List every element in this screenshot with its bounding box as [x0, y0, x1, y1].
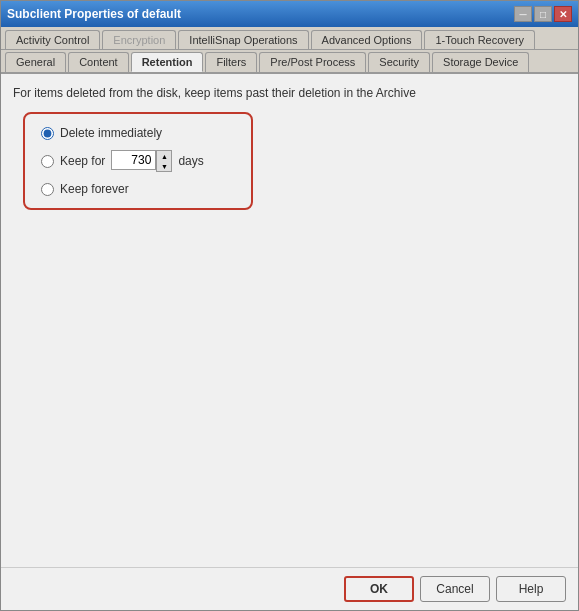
- title-bar-buttons: ─ □ ✕: [514, 6, 572, 22]
- delete-immediately-row: Delete immediately: [41, 126, 235, 140]
- tab-storage-device[interactable]: Storage Device: [432, 52, 529, 72]
- keep-forever-radio[interactable]: [41, 183, 54, 196]
- tab-security[interactable]: Security: [368, 52, 430, 72]
- keep-for-radio[interactable]: [41, 155, 54, 168]
- keep-forever-label: Keep forever: [60, 182, 129, 196]
- tab-activity-control[interactable]: Activity Control: [5, 30, 100, 49]
- tab-content[interactable]: Content: [68, 52, 129, 72]
- tab-advanced-options[interactable]: Advanced Options: [311, 30, 423, 49]
- tab-1touch-recovery[interactable]: 1-Touch Recovery: [424, 30, 535, 49]
- delete-immediately-label: Delete immediately: [60, 126, 162, 140]
- tab-row-1: Activity Control Encryption IntelliSnap …: [1, 27, 578, 50]
- tab-retention[interactable]: Retention: [131, 52, 204, 72]
- maximize-button[interactable]: □: [534, 6, 552, 22]
- spinner-down-button[interactable]: ▼: [157, 161, 171, 171]
- main-window: Subclient Properties of default ─ □ ✕ Ac…: [0, 0, 579, 611]
- days-label: days: [178, 154, 203, 168]
- minimize-button[interactable]: ─: [514, 6, 532, 22]
- tab-filters[interactable]: Filters: [205, 52, 257, 72]
- description-text: For items deleted from the disk, keep it…: [13, 86, 566, 100]
- keep-for-label: Keep for: [60, 154, 105, 168]
- help-button[interactable]: Help: [496, 576, 566, 602]
- spinner-up-button[interactable]: ▲: [157, 151, 171, 161]
- title-bar: Subclient Properties of default ─ □ ✕: [1, 1, 578, 27]
- keep-for-row: Keep for ▲ ▼ days: [41, 150, 235, 172]
- spinner-buttons: ▲ ▼: [156, 150, 172, 172]
- keep-forever-row: Keep forever: [41, 182, 235, 196]
- tab-general[interactable]: General: [5, 52, 66, 72]
- window-title: Subclient Properties of default: [7, 7, 181, 21]
- delete-immediately-radio[interactable]: [41, 127, 54, 140]
- days-input[interactable]: [111, 150, 156, 170]
- tab-row-2: General Content Retention Filters Pre/Po…: [1, 50, 578, 74]
- tab-intellisnap[interactable]: IntelliSnap Operations: [178, 30, 308, 49]
- tab-pre-post-process[interactable]: Pre/Post Process: [259, 52, 366, 72]
- content-area: For items deleted from the disk, keep it…: [1, 74, 578, 567]
- button-row: OK Cancel Help: [1, 567, 578, 610]
- retention-group: Delete immediately Keep for ▲ ▼ days Ke: [23, 112, 253, 210]
- close-button[interactable]: ✕: [554, 6, 572, 22]
- tab-encryption[interactable]: Encryption: [102, 30, 176, 49]
- cancel-button[interactable]: Cancel: [420, 576, 490, 602]
- ok-button[interactable]: OK: [344, 576, 414, 602]
- days-spinner-container: ▲ ▼: [111, 150, 172, 172]
